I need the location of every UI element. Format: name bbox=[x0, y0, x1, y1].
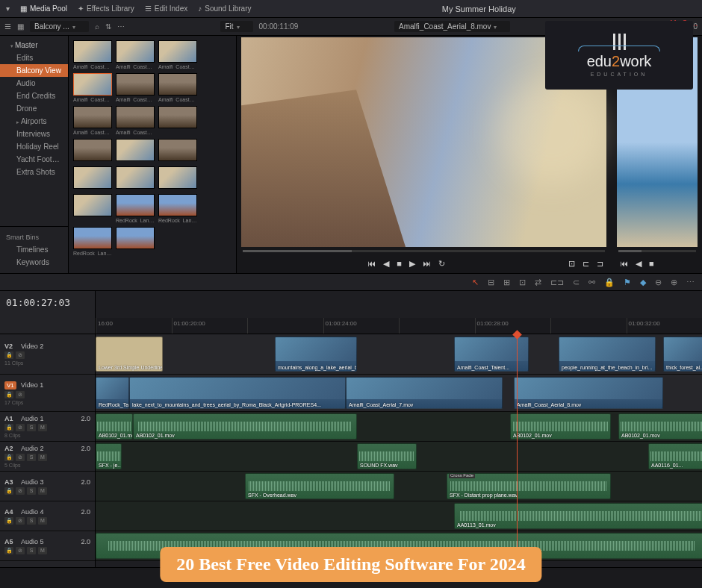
overwrite-icon[interactable]: ⊡ bbox=[519, 278, 526, 287]
media-thumb[interactable]: RedRock_Land... bbox=[158, 194, 197, 223]
media-thumb[interactable]: RedRock_Land... bbox=[116, 194, 155, 223]
track-header-a5[interactable]: A5Audio 52.0 🔒⊘SM bbox=[0, 531, 95, 561]
marker-icon[interactable]: ◆ bbox=[640, 278, 646, 287]
timeline-clip[interactable]: lake_next_to_mountains_and_trees_aerial_… bbox=[129, 377, 346, 409]
timeline-clip[interactable]: SFX - je... bbox=[96, 443, 122, 469]
media-thumb[interactable]: Amalfi_Coast_T... bbox=[158, 73, 197, 102]
timeline-clip[interactable]: AB0102_01.mov bbox=[618, 413, 702, 440]
loop-icon[interactable]: ↻ bbox=[438, 259, 445, 269]
search-icon[interactable]: ⌕ bbox=[95, 22, 99, 31]
smartbin-timelines[interactable]: Timelines bbox=[0, 243, 68, 256]
blade-tool-icon[interactable]: ⊟ bbox=[488, 278, 494, 287]
media-thumb[interactable] bbox=[116, 227, 155, 256]
timeline-clip[interactable]: mountains_along_a_lake_aerial_by_Roma... bbox=[275, 337, 357, 372]
menu-icon[interactable]: ⋯ bbox=[117, 22, 125, 31]
fit-icon[interactable]: ⊏⊐ bbox=[550, 278, 564, 287]
rec-first-icon[interactable]: ⏮ bbox=[620, 259, 628, 268]
first-frame-icon[interactable]: ⏮ bbox=[367, 259, 376, 268]
bin-audio[interactable]: Audio bbox=[0, 77, 68, 90]
timeline-clip[interactable]: Amalfi_Coast_Aerial_8.mov bbox=[514, 377, 663, 409]
options-icon[interactable]: ⋯ bbox=[686, 278, 695, 287]
list-view-icon[interactable]: ☰ bbox=[4, 22, 11, 31]
track-lock-icon[interactable]: 🔒 bbox=[4, 351, 13, 359]
replace-icon[interactable]: ⇄ bbox=[535, 278, 541, 287]
media-thumb[interactable] bbox=[158, 166, 197, 190]
flag-icon[interactable]: ⚑ bbox=[624, 278, 631, 287]
media-thumb[interactable]: Amalfi_Coast_A... bbox=[73, 40, 112, 69]
rec-stop-icon[interactable]: ■ bbox=[649, 259, 654, 268]
lock-icon[interactable]: 🔒 bbox=[604, 278, 615, 287]
timeline-clip[interactable]: AB0102_01.mov bbox=[133, 413, 357, 440]
bin-master[interactable]: Master bbox=[0, 39, 68, 51]
bin-selector[interactable]: Balcony ... bbox=[30, 21, 89, 32]
media-thumb[interactable]: Amalfi_Coast_A... bbox=[158, 40, 197, 69]
next-frame-icon[interactable]: ⏭ bbox=[423, 259, 431, 268]
timeline-clip[interactable]: RedRock_Talent_3... bbox=[96, 377, 129, 409]
fit-dropdown[interactable]: Fit bbox=[220, 21, 252, 32]
track-header-v2[interactable]: V2Video 2 🔒⊘ 11 Clips bbox=[0, 334, 95, 375]
media-thumb[interactable] bbox=[116, 139, 155, 163]
track-a4[interactable]: AA0113_01.mov bbox=[96, 501, 702, 531]
play-icon[interactable]: ▶ bbox=[409, 259, 415, 269]
track-header-a3[interactable]: A3Audio 32.0 🔒⊘SM bbox=[0, 472, 95, 501]
bin-edits[interactable]: Edits bbox=[0, 51, 68, 64]
timeline-clip[interactable]: people_running_at_the_beach_in_bri... bbox=[559, 337, 656, 372]
tab-effects[interactable]: ✦ Effects Library bbox=[78, 4, 134, 13]
timeline-clip[interactable]: Amalfi_Coast_Talent... bbox=[454, 337, 529, 372]
media-thumb[interactable]: Amalfi_Coast_A... bbox=[73, 73, 112, 102]
bin-interviews[interactable]: Interviews bbox=[0, 128, 68, 140]
thumb-view-icon[interactable]: ▦ bbox=[17, 22, 24, 31]
track-a3[interactable]: SFX - Overhead.wavCross FadeSFX - Distan… bbox=[96, 472, 702, 501]
bin-extra-shots[interactable]: Extra Shots bbox=[0, 166, 68, 178]
media-thumb[interactable] bbox=[73, 194, 112, 223]
bin-holiday-reel[interactable]: Holiday Reel bbox=[0, 140, 68, 153]
timeline-clip[interactable]: AA0116_01... bbox=[648, 443, 702, 469]
bin-yacht-footage[interactable]: Yacht Footage bbox=[0, 153, 68, 166]
timeline-clip[interactable]: SFX - Overhead.wav bbox=[245, 473, 394, 499]
track-header-a4[interactable]: A4Audio 42.0 🔒⊘SM bbox=[0, 501, 95, 531]
media-thumb[interactable] bbox=[73, 139, 112, 163]
stop-icon[interactable]: ■ bbox=[397, 259, 402, 268]
clip-name[interactable]: Amalfi_Coast_Aerial_8.mov bbox=[394, 21, 510, 32]
tab-media-pool[interactable]: ▦ Media Pool bbox=[20, 4, 67, 13]
out-point-icon[interactable]: ⊐ bbox=[597, 259, 603, 269]
media-thumb[interactable]: Amalfi_Coast_T... bbox=[116, 73, 155, 102]
track-v2[interactable]: Lower 3rd Simple Underlinemountains_alon… bbox=[96, 334, 702, 375]
match-frame-icon[interactable]: ⊡ bbox=[568, 259, 575, 269]
bin-drone[interactable]: Drone bbox=[0, 102, 68, 115]
media-thumb[interactable]: Amalfi_Coast_A... bbox=[116, 40, 155, 69]
tab-sound[interactable]: ♪ Sound Library bbox=[198, 4, 251, 13]
bin-end-credits[interactable]: End Credits bbox=[0, 90, 68, 102]
media-thumb[interactable] bbox=[158, 106, 197, 135]
timeline-ruler[interactable]: 16:0001:00:20:0001:00:24:0001:00:28:0001… bbox=[96, 318, 702, 334]
timeline-clip[interactable]: Lower 3rd Simple Underline bbox=[96, 337, 163, 372]
source-scrubber[interactable] bbox=[243, 250, 605, 252]
media-thumb[interactable]: Amalfi_Coast_T... bbox=[116, 106, 155, 135]
timeline-clip[interactable]: AB0102_01.mov bbox=[96, 413, 133, 440]
timeline-clip[interactable]: thick_forest_al... bbox=[663, 337, 702, 372]
media-thumb[interactable] bbox=[73, 166, 112, 190]
timeline-clip[interactable]: AB0102_01.mov bbox=[510, 413, 611, 440]
record-scrubber[interactable] bbox=[618, 250, 696, 252]
arrow-tool-icon[interactable]: ↖ bbox=[472, 278, 479, 287]
smartbin-keywords[interactable]: Keywords bbox=[0, 256, 68, 269]
track-header-a2[interactable]: A2Audio 22.0 🔒⊘SM 5 Clips bbox=[0, 442, 95, 472]
magnet-icon[interactable]: ⊂ bbox=[573, 278, 580, 287]
bin-airports[interactable]: Airports bbox=[0, 115, 68, 128]
timeline-clip[interactable]: AA0113_01.mov bbox=[454, 503, 702, 529]
zoom-in-icon[interactable]: ⊕ bbox=[671, 278, 677, 287]
timeline-clip[interactable]: SOUND FX.wav bbox=[357, 443, 417, 469]
insert-icon[interactable]: ⊞ bbox=[503, 278, 510, 287]
media-thumb[interactable] bbox=[158, 139, 197, 163]
track-v1[interactable]: RedRock_Talent_3...lake_next_to_mountain… bbox=[96, 375, 702, 412]
timeline-clip[interactable]: Cross FadeSFX - Distant prop plane.wav bbox=[447, 473, 611, 499]
zoom-out-icon[interactable]: ⊖ bbox=[655, 278, 662, 287]
bin-balcony-view[interactable]: Balcony View bbox=[0, 64, 68, 77]
track-header-v1[interactable]: V1Video 1 🔒⊘ 17 Clips bbox=[0, 375, 95, 412]
playhead[interactable] bbox=[517, 334, 518, 561]
sort-icon[interactable]: ⇅ bbox=[105, 22, 111, 31]
prev-frame-icon[interactable]: ◀ bbox=[383, 259, 389, 269]
tab-edit-index[interactable]: ☰ Edit Index bbox=[145, 4, 187, 13]
track-header-a1[interactable]: A1Audio 12.0 🔒⊘SM 8 Clips bbox=[0, 412, 95, 442]
track-a1[interactable]: AB0102_01.movAB0102_01.movAB0102_01.movA… bbox=[96, 412, 702, 442]
